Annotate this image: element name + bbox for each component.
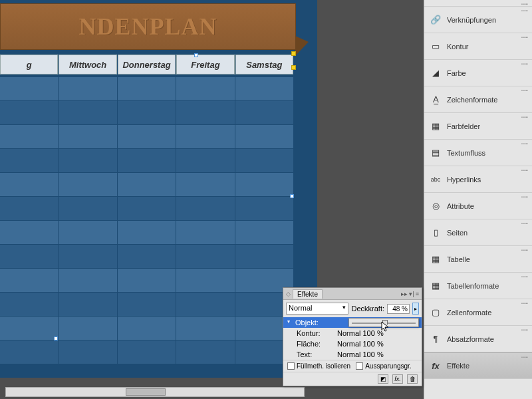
table-cell (118, 77, 176, 100)
panel-item-kontur[interactable]: ▭Kontur┅┅ (424, 33, 532, 60)
panel-item-zellenformate[interactable]: ▢Zellenformate┅┅ (424, 299, 532, 326)
panel-item-absatzformate[interactable]: ¶Absatzformate┅┅ (424, 326, 532, 352)
effects-target-value: Normal 100 % (337, 350, 384, 358)
opacity-input[interactable] (387, 304, 410, 314)
table-cell (59, 317, 116, 340)
table-cell (59, 245, 116, 268)
slider-thumb[interactable] (382, 320, 388, 327)
horizontal-scrollbar[interactable] (5, 387, 305, 397)
panel-item-farbfelder[interactable]: ▦Farbfelder┅┅ (424, 113, 532, 140)
selection-handle-yellow[interactable] (291, 65, 296, 70)
selection-handle-yellow[interactable] (291, 51, 296, 56)
document-page[interactable]: NDENPLAN gMittwochDonnerstagFreitagSamst… (0, 0, 317, 378)
panel-label: Tabellenformate (447, 282, 499, 290)
table-header-cell: Freitag (176, 55, 234, 74)
knockout-group-checkbox[interactable]: Aussparungsgr. (356, 362, 412, 370)
panel-label: Farbfelder (447, 122, 480, 130)
effects-target-row[interactable]: Kontur:Normal 100 % (283, 328, 422, 338)
table-cell (235, 125, 293, 148)
panel-item-effekte[interactable]: fxEffekte┅┅ (424, 352, 532, 379)
table-row (0, 244, 294, 268)
title-banner[interactable]: NDENPLAN (0, 3, 296, 50)
table-cell (176, 101, 234, 124)
table-cell (59, 340, 116, 364)
selection-handle[interactable] (290, 194, 294, 198)
links-icon: 🔗 (430, 14, 442, 26)
table-row (0, 292, 294, 316)
table-cell (176, 269, 234, 292)
effects-target-row[interactable]: Fläche:Normal 100 % (283, 338, 422, 349)
effects-blend-row: Normal Deckkraft: ▸ (283, 300, 422, 317)
panel-menu-icon[interactable]: ≡ (416, 291, 419, 297)
disclosure-triangle-icon[interactable]: ▾ (287, 319, 290, 327)
panel-item-farbe[interactable]: ◢Farbe┅┅ (424, 60, 532, 86)
panel-item-hyperlinks[interactable]: abcHyperlinks┅┅ (424, 166, 532, 193)
table-cell (118, 101, 176, 124)
textwrap-icon: ▤ (430, 147, 442, 159)
effects-titlebar[interactable]: ◇ Effekte ▸▸ ▾| ≡ (283, 288, 422, 300)
effects-target-row[interactable]: Text:Normal 100 % (283, 349, 422, 360)
panel-item-verknüpfungen[interactable]: 🔗Verknüpfungen┅┅ (424, 7, 532, 33)
panel-label: Verknüpfungen (447, 16, 496, 24)
effects-bottom-bar: ◩ fx. 🗑 (283, 372, 422, 386)
table-cell (235, 245, 293, 268)
table-cell (176, 221, 234, 244)
table-cell (59, 197, 116, 220)
collapse-icon[interactable]: ▸▸ (401, 291, 408, 297)
table-cell (235, 173, 293, 196)
panel-item-zeichenformate[interactable]: A̲Zeichenformate┅┅ (424, 86, 532, 113)
table-cell (176, 340, 234, 364)
effects-target-value: Normal 100 % (337, 340, 384, 348)
table-cell (0, 173, 58, 196)
panel-item-tabelle[interactable]: ▦Tabelle┅┅ (424, 246, 532, 273)
table-cell (59, 269, 116, 292)
table-cell (176, 293, 234, 316)
panel-label: Absatzformate (447, 335, 494, 343)
panel-item-seiten[interactable]: ▯Seiten┅┅ (424, 219, 532, 246)
table-cell (235, 149, 293, 172)
panel-drag-icon: ┅┅ (521, 327, 528, 333)
table-header-cell: Donnerstag (118, 55, 176, 74)
panel-item-ebenen[interactable]: ⧉Ebenen┅┅ (424, 0, 532, 7)
table-header-cell: g (0, 55, 58, 74)
table-icon: ▦ (430, 253, 442, 265)
table-cell (118, 221, 176, 244)
opacity-dropdown-arrow[interactable]: ▸ (412, 303, 419, 315)
effects-tab[interactable]: Effekte (293, 289, 323, 299)
opacity-slider-popup[interactable] (348, 318, 419, 327)
panel-drag-icon: ┅┅ (521, 88, 528, 94)
effects-panel[interactable]: ◇ Effekte ▸▸ ▾| ≡ Normal Deckkraft: ▸ ▾O… (283, 287, 422, 386)
panel-drag-icon: ┅┅ (521, 114, 528, 120)
blend-mode-value: Normal (289, 304, 312, 312)
panel-item-attribute[interactable]: ◎Attribute┅┅ (424, 193, 532, 219)
panel-label: Textumfluss (447, 149, 485, 157)
delete-effect-button[interactable]: 🗑 (407, 374, 418, 384)
table-cell (0, 149, 58, 172)
table-row (0, 316, 294, 340)
table-cell (0, 101, 58, 124)
selection-handle[interactable] (54, 336, 58, 340)
panel-item-tabellenformate[interactable]: ▦Tabellenformate┅┅ (424, 273, 532, 299)
panel-label: Zeichenformate (447, 96, 497, 104)
charformat-icon: A̲ (430, 94, 442, 106)
panel-drag-icon: ┅┅ (521, 354, 528, 360)
fx-menu-button[interactable]: fx. (392, 374, 403, 384)
panel-label: Hyperlinks (447, 176, 481, 184)
selection-handle[interactable] (194, 53, 198, 57)
panel-drag-icon: ┅┅ (521, 141, 528, 147)
effects-target-value: Normal 100 % (337, 329, 384, 337)
isolate-blending-checkbox[interactable]: Füllmeth. isolieren (287, 362, 350, 370)
panel-item-textumfluss[interactable]: ▤Textumfluss┅┅ (424, 140, 532, 166)
table-cell (118, 293, 176, 316)
effects-target-label: Objekt: (293, 319, 342, 327)
table-row (0, 220, 294, 244)
table-cell (0, 125, 58, 148)
clear-effects-button[interactable]: ◩ (378, 374, 388, 384)
table-cell (176, 125, 234, 148)
effects-target-label: Fläche: (287, 340, 337, 348)
table-cell (0, 340, 58, 364)
swatches-icon: ▦ (430, 120, 442, 132)
minimize-icon[interactable]: ▾| (409, 291, 414, 297)
blend-mode-select[interactable]: Normal (286, 303, 348, 315)
scrollbar-thumb[interactable] (126, 388, 166, 396)
